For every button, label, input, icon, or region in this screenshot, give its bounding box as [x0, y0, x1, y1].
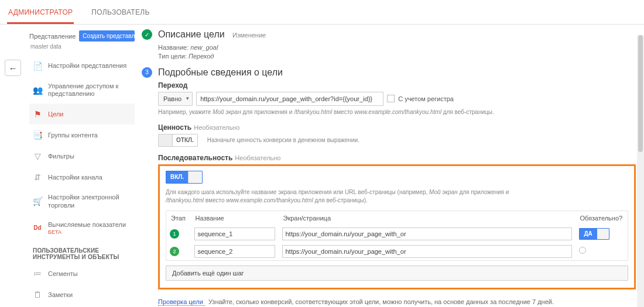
goal-details-title: Подробные сведения о цели: [158, 67, 283, 78]
step-name-input[interactable]: [194, 245, 275, 258]
add-step-button[interactable]: Добавить ещё один шаг: [166, 265, 628, 281]
sidebar-item-view-settings[interactable]: 📄Настройки представления: [29, 56, 135, 77]
step-url-input[interactable]: [282, 227, 572, 240]
value-hint: Назначьте ценность конверсии в денежном …: [207, 137, 359, 143]
scrollbar[interactable]: [637, 35, 644, 307]
sidebar-item-notes[interactable]: 🗒Заметки: [29, 285, 135, 306]
view-label: Представление: [29, 33, 76, 40]
sidebar-item-access[interactable]: 👥Управление доступом к представлению: [29, 77, 135, 104]
step-url-input[interactable]: [282, 245, 572, 258]
people-icon: 👥: [33, 85, 42, 95]
funnel-box: ВКЛ. Для каждого шага используйте назван…: [158, 164, 636, 289]
step-name-input[interactable]: [194, 227, 275, 240]
check-icon: ✓: [142, 29, 152, 40]
destination-label: Переход: [158, 81, 636, 89]
verify-goal-link[interactable]: Проверка цели: [158, 298, 205, 306]
col-required: Обязательно?: [576, 211, 628, 225]
col-step: Этап: [166, 211, 191, 225]
step-badge-2: 2: [170, 247, 179, 256]
table-row: 1 ДА: [166, 225, 628, 243]
flag-icon: ⚑: [33, 109, 42, 119]
tab-user[interactable]: ПОЛЬЗОВАТЕЛЬ: [90, 5, 150, 24]
sidebar-item-ecommerce[interactable]: 🛒Настройки электронной торговли: [29, 188, 135, 215]
col-screen: Экран/страница: [279, 211, 576, 225]
dd-icon: Dd: [33, 223, 42, 233]
arrow-left-icon: ←: [9, 63, 18, 73]
destination-hint: Например, укажите Мой экран для приложен…: [158, 108, 568, 116]
step-badge-1: 1: [170, 229, 179, 239]
required-toggle[interactable]: ДА: [579, 228, 609, 240]
funnel-hint: Для каждого шага используйте название эк…: [166, 188, 535, 205]
step-number-icon: 3: [142, 67, 152, 78]
sidebar-item-goals[interactable]: ⚑Цели: [29, 104, 135, 125]
verify-text: Проверка цели Узнайте, сколько конверсий…: [158, 298, 556, 306]
sidebar: Представление Создать представле master …: [26, 25, 135, 307]
funnel-table: Этап Название Экран/страница Обязательно…: [166, 211, 628, 261]
goal-desc-title: Описание цели: [158, 29, 225, 39]
col-name: Название: [191, 211, 279, 225]
scrollbar-thumb[interactable]: [638, 35, 643, 152]
goal-desc-edit-link[interactable]: Изменение: [232, 32, 266, 39]
destination-url-input[interactable]: [196, 92, 383, 106]
document-icon: 📄: [33, 61, 42, 71]
cart-icon: 🛒: [33, 197, 42, 206]
sidebar-section-tools: ПОЛЬЗОВАТЕЛЬСКИЕ ИНСТРУМЕНТЫ И ОБЪЕКТЫ: [29, 242, 135, 264]
stack-icon: 📑: [33, 130, 42, 140]
notes-icon: 🗒: [33, 291, 42, 300]
tab-admin[interactable]: АДМИНИСТРАТОР: [7, 5, 74, 24]
funnel-toggle[interactable]: ВКЛ.: [166, 171, 203, 184]
channel-icon: ⇵: [33, 173, 42, 182]
value-toggle[interactable]: ОТКЛ.: [158, 134, 198, 147]
create-view-button[interactable]: Создать представле: [79, 30, 135, 42]
value-label: ЦенностьНеобязательно: [158, 123, 636, 132]
sidebar-item-content-groups[interactable]: 📑Группы контента: [29, 125, 135, 146]
match-type-select[interactable]: Равно: [158, 92, 193, 106]
sidebar-item-calc-metrics[interactable]: DdВычисляемые показателиБЕТА: [29, 215, 135, 242]
sidebar-item-channel[interactable]: ⇵Настройки канала: [29, 167, 135, 188]
case-sensitive-checkbox[interactable]: [387, 95, 395, 102]
sidebar-item-filters[interactable]: ▽Фильтры: [29, 146, 135, 167]
goal-desc-summary: Название: new_goal Тип цели: Переход: [158, 43, 636, 61]
funnel-label: ПоследовательностьНеобязательно: [158, 154, 636, 162]
back-button[interactable]: ←: [5, 60, 21, 76]
case-sensitive-label: С учетом регистра: [398, 95, 454, 102]
segments-icon: ≔: [33, 270, 42, 279]
required-radio-off[interactable]: [579, 247, 586, 254]
funnel-icon: ▽: [33, 151, 42, 161]
table-row: 2: [166, 243, 628, 261]
sidebar-item-segments[interactable]: ≔Сегменты: [29, 264, 135, 285]
view-name: master data: [30, 43, 135, 50]
main-content: ✓ Описание цели Изменение Название: new_…: [135, 25, 644, 307]
top-tabs: АДМИНИСТРАТОР ПОЛЬЗОВАТЕЛЬ: [0, 0, 644, 25]
